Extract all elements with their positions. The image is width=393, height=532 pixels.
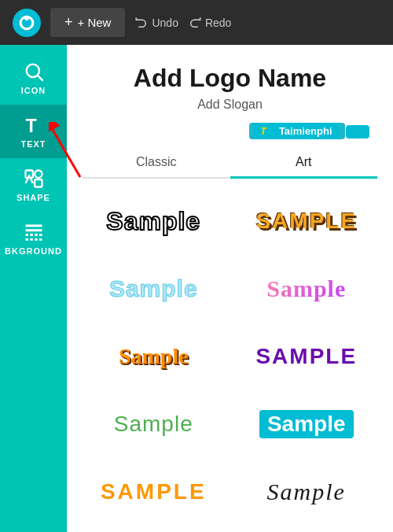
sidebar: ICON T TEXT SHAPE — [0, 45, 67, 532]
background-icon — [23, 221, 45, 243]
sample-text-1: Sample — [106, 207, 200, 236]
svg-text:T: T — [25, 116, 37, 136]
svg-point-7 — [35, 171, 42, 178]
sidebar-shape-label: SHAPE — [17, 193, 50, 202]
tab-classic[interactable]: Classic — [83, 147, 230, 177]
sample-text-7: Sample — [114, 412, 193, 437]
sidebar-item-icon[interactable]: ICON — [0, 51, 67, 105]
svg-rect-8 — [35, 179, 42, 187]
sample-item-3[interactable]: Sample — [83, 260, 225, 317]
svg-line-14 — [53, 130, 80, 177]
new-button[interactable]: + + New — [50, 8, 125, 37]
new-label: + New — [78, 16, 112, 29]
slogan-text: Add Slogan — [83, 98, 377, 112]
sample-item-5[interactable]: Sample — [83, 328, 225, 385]
sidebar-text-label: TEXT — [20, 139, 46, 149]
content-area: Add Logo Name Add Slogan TTaimienphi .vn… — [67, 45, 393, 532]
svg-point-2 — [24, 15, 29, 20]
sample-item-1[interactable]: Sample — [83, 193, 225, 249]
sample-item-9[interactable]: SAMPLE — [83, 464, 225, 520]
sample-text-10: Sample — [267, 478, 346, 505]
sidebar-background-label: BKGROUND — [5, 246, 62, 256]
top-bar: + + New Undo Redo — [0, 0, 393, 45]
arrow-overlay — [49, 122, 88, 188]
badge-vn: .vn — [346, 125, 369, 139]
sample-text-9: SAMPLE — [101, 479, 207, 504]
redo-label: Redo — [205, 17, 231, 29]
text-icon: T — [23, 114, 45, 136]
badge-text: Taimienphi — [273, 123, 339, 139]
logo-name-title: Add Logo Name — [83, 64, 377, 93]
main-layout: ICON T TEXT SHAPE — [0, 45, 393, 532]
undo-button[interactable]: Undo — [134, 16, 178, 30]
sample-item-10[interactable]: Sample — [236, 464, 378, 520]
sidebar-icon-label: ICON — [21, 86, 46, 95]
svg-point-3 — [26, 65, 39, 77]
sample-item-6[interactable]: SAMPLE — [236, 328, 378, 385]
icon-search-icon — [23, 61, 45, 83]
tab-art[interactable]: Art — [230, 147, 378, 177]
shape-icon — [23, 168, 45, 190]
taimienphi-badge: TTaimienphi .vn — [83, 123, 377, 139]
app-logo — [13, 9, 41, 37]
sample-text-6: SAMPLE — [255, 344, 357, 369]
undo-label: Undo — [152, 17, 178, 29]
svg-line-4 — [38, 76, 42, 80]
tabs: Classic Art — [83, 147, 377, 179]
sample-text-2: SAMPLE — [255, 209, 357, 234]
sample-item-4[interactable]: Sample — [236, 260, 378, 317]
plus-icon: + — [64, 14, 73, 31]
sample-text-3: Sample — [109, 275, 198, 302]
redo-button[interactable]: Redo — [188, 16, 231, 30]
sample-text-4: Sample — [266, 275, 346, 302]
sample-item-2[interactable]: SAMPLE — [236, 193, 378, 249]
sample-item-7[interactable]: Sample — [83, 396, 225, 453]
sample-text-8: Sample — [259, 410, 354, 438]
sample-item-8[interactable]: Sample — [236, 396, 378, 453]
sample-text-5: Sample — [119, 344, 189, 369]
sidebar-item-background[interactable]: BKGROUND — [0, 212, 67, 265]
sample-grid: Sample SAMPLE Sample Sample Sample SAMPL… — [83, 193, 377, 520]
